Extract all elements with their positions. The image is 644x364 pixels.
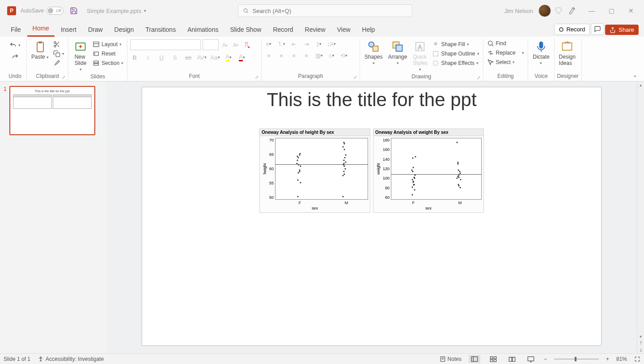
undo-button[interactable]: ▾ bbox=[8, 41, 21, 49]
cut-button[interactable] bbox=[52, 40, 65, 48]
chart-1[interactable]: Oneway Analysis of weight By sexweight18… bbox=[373, 128, 484, 213]
dictate-button[interactable]: Dictate▾ bbox=[531, 39, 551, 66]
normal-view-button[interactable] bbox=[469, 355, 480, 363]
tab-help[interactable]: Help bbox=[357, 23, 381, 37]
bullets-button[interactable]: ≡▾ bbox=[264, 39, 273, 48]
save-icon[interactable] bbox=[70, 7, 78, 15]
close-button[interactable]: ✕ bbox=[625, 7, 637, 14]
italic-button[interactable]: I bbox=[144, 53, 153, 62]
notes-button[interactable]: Notes bbox=[440, 356, 462, 362]
align-left-button[interactable]: ≡ bbox=[264, 51, 273, 60]
decrease-indent-button[interactable]: ⇤ bbox=[289, 39, 298, 48]
drawing-launcher[interactable]: ⤢ bbox=[477, 75, 480, 80]
underline-button[interactable]: U bbox=[157, 53, 166, 62]
clipboard-launcher[interactable]: ⤢ bbox=[62, 75, 65, 80]
scroll-up-icon[interactable]: ▴ bbox=[640, 81, 642, 88]
document-title[interactable]: Simple Example.pptx▾ bbox=[87, 8, 146, 14]
quick-styles-button[interactable]: AQuick Styles▾ bbox=[411, 39, 429, 73]
section-button[interactable]: Section▾ bbox=[92, 59, 124, 67]
layout-button[interactable]: Layout▾ bbox=[92, 40, 124, 48]
maximize-button[interactable]: ▢ bbox=[606, 7, 617, 14]
accessibility-status[interactable]: Accessibility: Investigate bbox=[38, 356, 104, 362]
smartart-button[interactable]: ⟲▾ bbox=[339, 51, 348, 60]
shadow-button[interactable]: S bbox=[170, 53, 179, 62]
select-button[interactable]: Select▾ bbox=[486, 58, 516, 66]
justify-button[interactable]: ≡ bbox=[302, 51, 311, 60]
strikethrough-button[interactable]: ab bbox=[184, 53, 193, 62]
shape-fill-button[interactable]: Shape Fill▾ bbox=[431, 40, 480, 48]
tab-insert[interactable]: Insert bbox=[55, 23, 82, 37]
autosave-toggle[interactable]: Off bbox=[47, 7, 64, 15]
font-launcher[interactable]: ⤢ bbox=[255, 75, 258, 80]
new-slide-button[interactable]: New Slide▾ bbox=[71, 39, 90, 73]
slide-canvas-area[interactable]: This is the title for the ppt Oneway Ana… bbox=[106, 81, 637, 353]
tab-draw[interactable]: Draw bbox=[83, 23, 108, 37]
zoom-slider[interactable] bbox=[554, 359, 599, 360]
redo-button[interactable] bbox=[11, 53, 20, 61]
tab-slide-show[interactable]: Slide Show bbox=[225, 23, 267, 37]
slide[interactable]: This is the title for the ppt Oneway Ana… bbox=[142, 87, 602, 346]
user-account[interactable]: Jim Nelson bbox=[504, 4, 551, 17]
prev-slide-icon[interactable]: ⤒ bbox=[639, 340, 643, 347]
paste-button[interactable]: Paste ▾ bbox=[30, 39, 51, 61]
autosave-control[interactable]: AutoSave Off bbox=[21, 7, 64, 15]
increase-indent-button[interactable]: ⇥ bbox=[302, 39, 311, 48]
slideshow-button[interactable] bbox=[525, 355, 537, 363]
numbering-button[interactable]: ⒈▾ bbox=[277, 39, 286, 48]
shape-outline-button[interactable]: Shape Outline▾ bbox=[431, 50, 480, 58]
diamond-icon[interactable] bbox=[555, 7, 563, 15]
collapse-ribbon-button[interactable]: ⌄ bbox=[632, 71, 638, 78]
fit-to-window-button[interactable] bbox=[634, 356, 640, 362]
shapes-button[interactable]: Shapes▾ bbox=[363, 39, 385, 66]
minimize-button[interactable]: — bbox=[586, 7, 597, 14]
search-input[interactable] bbox=[253, 8, 408, 14]
arrange-button[interactable]: Arrange▾ bbox=[386, 39, 409, 66]
record-button[interactable]: Record bbox=[554, 24, 590, 35]
align-right-button[interactable]: ≡ bbox=[289, 51, 298, 60]
zoom-level[interactable]: 81% bbox=[616, 356, 627, 362]
text-direction-button[interactable]: ↕A▾ bbox=[327, 39, 336, 48]
align-center-button[interactable]: ≡ bbox=[277, 51, 286, 60]
shape-effects-button[interactable]: Shape Effects▾ bbox=[431, 59, 480, 67]
format-painter-button[interactable] bbox=[52, 59, 65, 67]
tab-record[interactable]: Record bbox=[267, 23, 298, 37]
highlight-button[interactable]: A▾ bbox=[224, 53, 233, 62]
bold-button[interactable]: B bbox=[130, 53, 139, 62]
align-text-button[interactable]: ⎅▾ bbox=[327, 51, 336, 60]
find-button[interactable]: Find bbox=[486, 39, 507, 47]
line-spacing-button[interactable]: ‡▾ bbox=[314, 39, 323, 48]
font-family-dropdown[interactable] bbox=[130, 39, 201, 50]
slide-sorter-button[interactable] bbox=[487, 355, 499, 363]
clear-formatting-button[interactable] bbox=[242, 40, 251, 49]
zoom-in-button[interactable]: + bbox=[606, 356, 609, 362]
tab-file[interactable]: File bbox=[5, 23, 26, 37]
reset-button[interactable]: Reset bbox=[92, 50, 124, 58]
scroll-down-icon[interactable]: ▾ bbox=[640, 333, 642, 340]
vertical-scrollbar[interactable]: ▴ ▾ ⤒ ⤓ bbox=[637, 81, 644, 353]
zoom-out-button[interactable]: − bbox=[544, 356, 547, 362]
char-spacing-button[interactable]: AV▾ bbox=[197, 53, 206, 62]
coming-soon-icon[interactable] bbox=[568, 7, 576, 15]
increase-font-button[interactable]: A▴ bbox=[220, 40, 229, 49]
replace-button[interactable]: Replace ▾ bbox=[486, 49, 525, 57]
reading-view-button[interactable] bbox=[506, 355, 518, 363]
design-ideas-button[interactable]: Design Ideas bbox=[557, 39, 577, 67]
tab-design[interactable]: Design bbox=[109, 23, 140, 37]
decrease-font-button[interactable]: A▾ bbox=[231, 40, 240, 49]
search-box[interactable] bbox=[238, 4, 412, 17]
columns-button[interactable]: ▥▾ bbox=[314, 51, 323, 60]
font-size-dropdown[interactable] bbox=[203, 39, 219, 50]
copy-button[interactable]: ▾ bbox=[52, 50, 65, 58]
share-button[interactable]: Share bbox=[605, 25, 639, 35]
change-case-button[interactable]: Aa▾ bbox=[211, 53, 220, 62]
font-color-button[interactable]: A▾ bbox=[237, 53, 246, 62]
tab-transitions[interactable]: Transitions bbox=[140, 23, 181, 37]
tab-view[interactable]: View bbox=[332, 23, 356, 37]
slide-title[interactable]: This is the title for the ppt bbox=[142, 89, 601, 111]
next-slide-icon[interactable]: ⤓ bbox=[639, 347, 643, 353]
tab-home[interactable]: Home bbox=[27, 22, 55, 37]
slide-counter[interactable]: Slide 1 of 1 bbox=[4, 356, 30, 362]
comments-button[interactable] bbox=[591, 23, 604, 35]
tab-review[interactable]: Review bbox=[300, 23, 331, 37]
paragraph-launcher[interactable]: ⤢ bbox=[353, 75, 357, 80]
